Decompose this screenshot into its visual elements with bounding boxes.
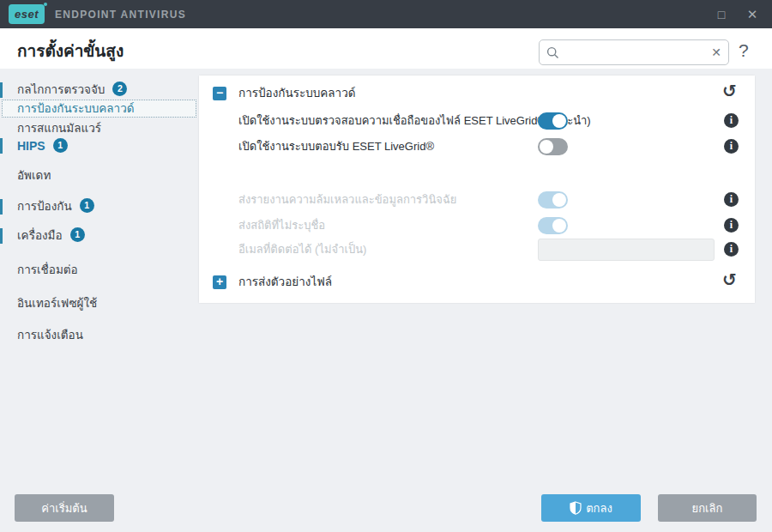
setting-row-contact-email: อีเมลที่ติดต่อได้ (ไม่จำเป็น) i	[199, 239, 755, 261]
badge-count: 1	[80, 198, 94, 213]
eset-logo-text: eset	[15, 8, 39, 21]
sidebar-item-hips[interactable]: HIPS1	[0, 136, 197, 155]
contact-email-field	[538, 239, 715, 261]
toggle-knob	[552, 193, 566, 207]
registered-mark-dot	[44, 3, 47, 6]
info-icon[interactable]: i	[724, 139, 739, 154]
collapse-icon[interactable]: −	[213, 87, 226, 100]
sidebar-item-notifications[interactable]: การแจ้งเตือน	[0, 326, 197, 345]
badge-count: 1	[70, 227, 85, 242]
badge-count: 2	[112, 82, 127, 96]
info-icon[interactable]: i	[724, 113, 739, 128]
toggle-knob	[540, 140, 553, 154]
search-input[interactable]	[564, 41, 711, 63]
sidebar-item-user-interface[interactable]: อินเทอร์เฟซผู้ใช้	[0, 294, 197, 313]
section-title: การป้องกันระบบคลาวด์	[238, 82, 356, 105]
sidebar-item-malware-scans[interactable]: การสแกนมัลแวร์	[0, 119, 197, 138]
section-sample-submission-header[interactable]: + การส่งตัวอย่างไฟล์ ↺	[199, 271, 755, 293]
section-cloud-protection-header[interactable]: − การป้องกันระบบคลาวด์ ↺	[199, 82, 755, 105]
sidebar-item-detection-engine[interactable]: กลไกการตรวจจับ2	[0, 81, 197, 100]
sidebar-item-protection[interactable]: การป้องกัน1	[0, 197, 197, 216]
toggle-knob	[552, 114, 566, 128]
setting-row-crash-reports: ส่งรายงานความล้มเหลวและข้อมูลการวินิจฉัย…	[199, 189, 755, 211]
sidebar-item-connectivity[interactable]: การเชื่อมต่อ	[0, 261, 197, 280]
setting-row-livegrid-reputation: เปิดใช้งานระบบตรวจสอบความเชื่อถือของไฟล์…	[199, 110, 755, 132]
revert-icon[interactable]: ↺	[722, 269, 737, 290]
badge-count: 1	[53, 138, 68, 153]
titlebar: eset ENDPOINT ANTIVIRUS □ ✕	[0, 0, 772, 28]
info-icon[interactable]: i	[724, 242, 739, 257]
cancel-button[interactable]: ยกเลิก	[658, 494, 757, 522]
sidebar-item-tools[interactable]: เครื่องมือ1	[0, 227, 197, 245]
maximize-icon[interactable]: □	[707, 0, 736, 28]
settings-panel: − การป้องกันระบบคลาวด์ ↺ เปิดใช้งานระบบต…	[199, 76, 755, 303]
info-icon[interactable]: i	[724, 218, 739, 233]
revert-icon[interactable]: ↺	[722, 81, 737, 101]
default-button[interactable]: ค่าเริ่มต้น	[15, 494, 114, 522]
setting-row-anonymous-statistics: ส่งสถิติที่ไม่ระบุชื่อ i	[199, 215, 755, 237]
sidebar: กลไกการตรวจจับ2 การป้องกันระบบคลาวด์ การ…	[0, 69, 197, 481]
search-icon	[546, 46, 559, 59]
sidebar-item-cloud-protection[interactable]: การป้องกันระบบคลาวด์	[2, 100, 196, 118]
uac-shield-icon	[570, 501, 582, 515]
page-title: การตั้งค่าขั้นสูง	[17, 38, 124, 63]
section-title: การส่งตัวอย่างไฟล์	[238, 271, 332, 293]
sidebar-item-update[interactable]: อัพเดท	[0, 166, 197, 185]
toggle-anonymous-statistics	[538, 217, 568, 234]
expand-icon[interactable]: +	[213, 275, 226, 289]
setting-row-livegrid-feedback: เปิดใช้งานระบบตอบรับ ESET LiveGrid® i	[199, 136, 755, 158]
ok-button[interactable]: ตกลง	[541, 494, 641, 522]
toggle-knob	[552, 219, 566, 233]
product-name: ENDPOINT ANTIVIRUS	[55, 9, 186, 21]
toggle-livegrid-reputation[interactable]	[538, 112, 568, 130]
toggle-crash-reports	[538, 191, 568, 209]
help-icon[interactable]: ?	[739, 40, 749, 61]
toggle-livegrid-feedback[interactable]	[538, 138, 568, 155]
search-clear-icon[interactable]: ✕	[711, 45, 721, 59]
search-box[interactable]: ✕	[539, 39, 729, 65]
info-icon[interactable]: i	[724, 192, 739, 207]
eset-logo: eset	[9, 4, 45, 24]
close-icon[interactable]: ✕	[738, 0, 767, 28]
header: การตั้งค่าขั้นสูง ✕ ?	[0, 28, 772, 69]
